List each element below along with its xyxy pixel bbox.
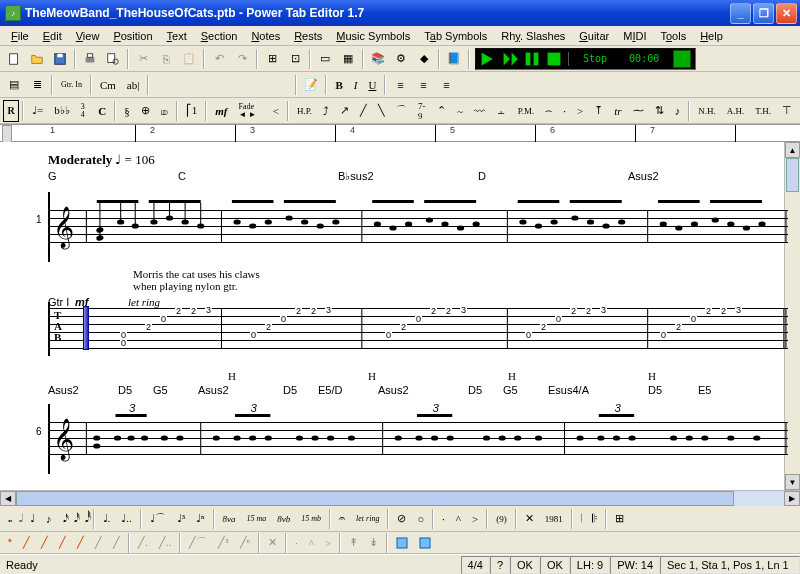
barline-button[interactable]: 𝄀 — [576, 508, 586, 530]
tuning-icon[interactable]: ◆ — [413, 48, 435, 70]
paste-icon[interactable]: 📋 — [178, 48, 200, 70]
menu-music-symbols[interactable]: Music Symbols — [329, 28, 417, 44]
eightva-button[interactable]: 8va — [218, 508, 241, 530]
key-sig-button[interactable]: b♭♭ — [49, 100, 75, 122]
tab-staff-1[interactable]: TAB 0 0 2 0 2 2 3 0 2 0 2 2 3 0 2 0 2 2 — [48, 302, 788, 356]
ah-button[interactable]: A.H. — [722, 100, 750, 122]
vibrato-icon[interactable]: ~ — [452, 100, 468, 122]
menu-edit[interactable]: Edit — [36, 28, 69, 44]
pause-button[interactable] — [524, 51, 540, 67]
eighth-note-button[interactable]: ♪ — [41, 508, 57, 530]
scroll-right-button[interactable]: ▶ — [784, 491, 800, 506]
play-button[interactable] — [480, 51, 496, 67]
slash-staccato-button[interactable]: · — [290, 532, 303, 554]
ghost-paren-button[interactable]: (9) — [491, 508, 512, 530]
menu-midi[interactable]: MIDI — [616, 28, 653, 44]
whole-note-button[interactable]: 𝅝 — [3, 508, 13, 530]
ds-button[interactable]: ⎄ — [156, 100, 173, 122]
common-time-button[interactable]: C — [93, 100, 111, 122]
menu-position[interactable]: Position — [106, 28, 159, 44]
align-right-icon[interactable]: ≡ — [435, 74, 457, 96]
line-icon[interactable]: ≣ — [26, 74, 48, 96]
slash-ddotted-button[interactable]: ╱.. — [154, 532, 177, 554]
ending-button[interactable]: ⎡1 — [181, 100, 203, 122]
menu-rests[interactable]: Rests — [287, 28, 329, 44]
wide-vibrato-icon[interactable]: 〰 — [469, 100, 490, 122]
rake-icon[interactable]: ⤒ — [589, 100, 608, 122]
align-center-icon[interactable]: ≡ — [412, 74, 434, 96]
print-preview-icon[interactable] — [102, 48, 124, 70]
menu-tools[interactable]: Tools — [653, 28, 693, 44]
slash-dotted-button[interactable]: ╱. — [133, 532, 153, 554]
grace-icon[interactable]: ♪ — [670, 100, 686, 122]
ruler[interactable]: 1 2 3 4 5 6 7 — [0, 124, 800, 142]
open-folder-icon[interactable] — [26, 48, 48, 70]
slash-arpeggio-up-button[interactable]: ↟ — [344, 532, 363, 554]
slash-tie-button[interactable]: ╱⌒ — [184, 532, 212, 554]
double-dotted-button[interactable]: ♩.. — [116, 508, 137, 530]
new-file-icon[interactable] — [3, 48, 25, 70]
menu-file[interactable]: File — [4, 28, 36, 44]
time-sig-button[interactable]: 3 4 — [76, 100, 93, 122]
sforzando-button[interactable]: > — [467, 508, 483, 530]
score-area[interactable]: ▲ ▼ Moderately ♩ = 106 GCB♭sus2DAsus2 1 … — [0, 142, 800, 490]
dynamic-button[interactable]: mf — [210, 100, 232, 122]
segno-button[interactable]: § — [119, 100, 135, 122]
scroll-down-button[interactable]: ▼ — [785, 474, 800, 490]
stop-button[interactable] — [546, 51, 562, 67]
options-icon[interactable]: ⚙ — [390, 48, 412, 70]
bold-button[interactable]: B — [330, 74, 347, 96]
tie-button[interactable]: ♩⌒ — [145, 508, 171, 530]
tool-icon[interactable]: ⊞ — [261, 48, 283, 70]
let-ring-icon[interactable]: ⌢ — [540, 100, 557, 122]
slash-eighth-button[interactable]: ╱ — [54, 532, 71, 554]
chord-text-button[interactable]: ab| — [122, 74, 145, 96]
th-button[interactable]: T.H. — [750, 100, 776, 122]
accent-icon[interactable]: > — [572, 100, 588, 122]
score-layout-icon[interactable]: ▤ — [3, 74, 25, 96]
staff-system-2[interactable]: 6 𝄞 3 3 3 3 — [48, 404, 788, 474]
rehearsal-button[interactable]: R — [3, 100, 19, 122]
slash-arpeggio-down-button[interactable]: ↡ — [364, 532, 383, 554]
mute-button[interactable]: ⊘ — [392, 508, 411, 530]
underline-button[interactable]: U — [363, 74, 381, 96]
slash-quarter-button[interactable]: ╱ — [36, 532, 53, 554]
align-left-icon[interactable]: ≡ — [389, 74, 411, 96]
copy-icon[interactable]: ⎘ — [155, 48, 177, 70]
menu-text[interactable]: Text — [160, 28, 194, 44]
help-icon[interactable]: 📘 — [443, 48, 465, 70]
menu-rhy-slashes[interactable]: Rhy. Slashes — [494, 28, 572, 44]
slash-triplet-button[interactable]: ╱³ — [213, 532, 233, 554]
ruler-grip[interactable] — [2, 125, 12, 143]
staccato-button[interactable]: · — [437, 508, 450, 530]
irregular-button[interactable]: ♩ⁿ — [191, 508, 209, 530]
fifteenmb-button[interactable]: 15 mb — [296, 508, 326, 530]
slash-32-button[interactable]: ╱ — [90, 532, 107, 554]
slash-64-button[interactable]: ╱ — [108, 532, 125, 554]
chord-name-button[interactable]: Cm — [95, 74, 121, 96]
tremolo-icon[interactable]: ⫠ — [491, 100, 512, 122]
menu-help[interactable]: Help — [693, 28, 730, 44]
arpeggio-icon[interactable]: ⇅ — [650, 100, 669, 122]
guitar-in-button[interactable]: Gtr. In — [56, 74, 87, 96]
slash-half-button[interactable]: ╱ — [18, 532, 35, 554]
legato-icon[interactable]: ⌒ — [391, 100, 412, 122]
slash-marcato-button[interactable]: ^ — [304, 532, 319, 554]
close-button[interactable]: ✕ — [776, 3, 797, 24]
slide-icon[interactable]: ╱ — [355, 100, 372, 122]
mordent-icon[interactable]: ⁓ — [628, 100, 649, 122]
half-note-button[interactable]: 𝅗𝅥 — [14, 508, 24, 530]
nh-button[interactable]: N.H. — [693, 100, 721, 122]
release-icon[interactable]: ⌃ — [432, 100, 451, 122]
tab-cursor[interactable] — [83, 306, 89, 350]
quarter-note-button[interactable]: ♩ — [25, 508, 40, 530]
metronome-button[interactable] — [673, 50, 691, 68]
staff-system-1[interactable]: 1 𝄞 — [48, 192, 788, 262]
hscroll-track[interactable] — [16, 491, 784, 506]
fifteenma-button[interactable]: 15 ma — [242, 508, 272, 530]
horizontal-scrollbar[interactable]: ◀ ▶ — [0, 490, 800, 506]
hammer-pull-button[interactable]: H.P. — [292, 100, 317, 122]
let-ring-text-button[interactable]: let ring — [351, 508, 384, 530]
eightvb-button[interactable]: 8vb — [272, 508, 295, 530]
slash-whole-button[interactable]: 𝄌 — [3, 532, 17, 554]
